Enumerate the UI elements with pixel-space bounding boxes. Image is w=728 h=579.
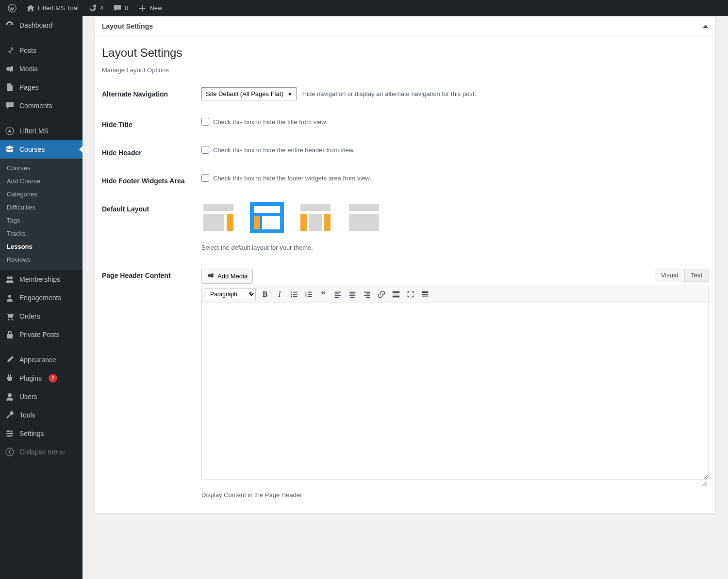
menu-pages[interactable]: Pages bbox=[0, 78, 83, 96]
menu-label: Media bbox=[19, 65, 38, 73]
svg-rect-26 bbox=[308, 296, 312, 297]
svg-point-9 bbox=[8, 393, 12, 397]
sub-tracks[interactable]: Tracks bbox=[0, 227, 83, 240]
editor-tab-visual[interactable]: Visual bbox=[655, 269, 684, 282]
toolbar-toggle-icon[interactable] bbox=[420, 289, 430, 300]
bulleted-list-icon[interactable] bbox=[289, 289, 299, 300]
align-center-icon[interactable] bbox=[347, 289, 358, 300]
menu-orders[interactable]: Orders bbox=[0, 307, 83, 325]
menu-label: Appearance bbox=[19, 356, 56, 364]
menu-plugins[interactable]: Plugins 2 bbox=[0, 369, 83, 387]
header-content-label: Page Header Content bbox=[102, 269, 201, 279]
layout-both-sidebars[interactable] bbox=[298, 202, 332, 233]
add-media-button[interactable]: Add Media bbox=[201, 269, 253, 284]
menu-label: Pages bbox=[19, 83, 39, 91]
editor-textarea[interactable] bbox=[201, 303, 709, 480]
updates-count: 4 bbox=[100, 4, 103, 12]
menu-users[interactable]: Users bbox=[0, 387, 83, 406]
refresh-icon bbox=[88, 4, 97, 13]
read-more-icon[interactable] bbox=[391, 289, 401, 300]
format-select[interactable]: Paragraph bbox=[205, 289, 256, 300]
sub-difficulties[interactable]: Difficulties bbox=[0, 201, 83, 214]
menu-private-posts[interactable]: Private Posts bbox=[0, 325, 83, 344]
menu-posts[interactable]: Posts bbox=[0, 41, 83, 60]
align-right-icon[interactable] bbox=[362, 289, 372, 300]
menu-appearance[interactable]: Appearance bbox=[0, 351, 83, 369]
dashboard-icon bbox=[5, 20, 15, 30]
menu-label: LifterLMS bbox=[19, 127, 49, 135]
menu-engagements[interactable]: Engagements bbox=[0, 289, 83, 307]
menu-collapse[interactable]: Collapse menu bbox=[0, 443, 83, 461]
menu-label: Tools bbox=[19, 411, 35, 419]
hide-header-checkbox[interactable] bbox=[201, 146, 209, 154]
svg-point-6 bbox=[8, 319, 10, 321]
bold-icon[interactable]: B bbox=[260, 289, 270, 300]
sub-courses[interactable]: Courses bbox=[0, 161, 83, 175]
menu-label: Engagements bbox=[19, 294, 61, 302]
layout-right-sidebar[interactable] bbox=[201, 202, 235, 233]
layout-full-width[interactable] bbox=[347, 202, 381, 233]
memberships-icon bbox=[5, 274, 15, 284]
sub-tags[interactable]: Tags bbox=[0, 214, 83, 227]
menu-label: Comments bbox=[19, 102, 52, 110]
svg-rect-33 bbox=[349, 295, 356, 296]
resize-handle-icon[interactable] bbox=[201, 480, 709, 486]
svg-point-5 bbox=[8, 295, 11, 298]
layout-left-sidebar[interactable] bbox=[250, 202, 284, 233]
sub-lessons[interactable]: Lessons bbox=[0, 240, 83, 253]
menu-media[interactable]: Media bbox=[0, 60, 83, 78]
menu-label: Orders bbox=[19, 312, 40, 320]
link-icon[interactable] bbox=[376, 289, 387, 300]
courses-icon bbox=[5, 145, 15, 154]
comments-link[interactable]: 0 bbox=[109, 0, 132, 16]
hide-title-checkbox[interactable] bbox=[201, 118, 209, 126]
sub-categories[interactable]: Categories bbox=[0, 188, 83, 201]
svg-point-4 bbox=[10, 276, 13, 279]
menu-label: Settings bbox=[19, 430, 44, 437]
courses-submenu: Courses Add Course Categories Difficulti… bbox=[0, 159, 83, 270]
pin-icon bbox=[5, 46, 15, 55]
svg-rect-28 bbox=[335, 293, 339, 294]
editor-footer-hint: Display Content in the Page Header bbox=[201, 491, 709, 499]
panel-toggle-icon[interactable] bbox=[703, 25, 709, 28]
new-content-link[interactable]: New bbox=[134, 0, 166, 16]
page-title: Layout Settings bbox=[102, 46, 709, 60]
plus-icon bbox=[138, 4, 147, 13]
menu-lifterlms[interactable]: LifterLMS bbox=[0, 122, 83, 140]
menu-label: Collapse menu bbox=[19, 448, 65, 456]
svg-point-13 bbox=[6, 448, 14, 456]
menu-memberships[interactable]: Memberships bbox=[0, 270, 83, 289]
svg-rect-8 bbox=[7, 334, 13, 338]
menu-dashboard[interactable]: Dashboard bbox=[0, 16, 83, 34]
sub-reviews[interactable]: Reviews bbox=[0, 253, 83, 266]
svg-rect-38 bbox=[366, 297, 370, 298]
align-left-icon[interactable] bbox=[332, 289, 343, 300]
comment-icon bbox=[113, 4, 122, 13]
alt-nav-select[interactable]: Site Default (All Pages Flat) bbox=[201, 87, 297, 100]
menu-comments[interactable]: Comments bbox=[0, 96, 83, 115]
italic-icon[interactable]: I bbox=[274, 289, 285, 300]
editor-tab-text[interactable]: Text bbox=[684, 269, 709, 282]
wp-logo[interactable] bbox=[4, 0, 20, 16]
site-home-link[interactable]: LifterLMS Trial bbox=[22, 0, 83, 16]
panel-header[interactable]: Layout Settings bbox=[95, 16, 715, 36]
svg-rect-37 bbox=[364, 295, 370, 296]
menu-label: Plugins bbox=[19, 374, 42, 382]
hide-footer-hint: Check this box to hide the footer widget… bbox=[213, 175, 371, 182]
wrench-icon bbox=[5, 410, 15, 420]
lock-icon bbox=[5, 330, 15, 339]
blockquote-icon[interactable]: “ bbox=[318, 289, 329, 300]
fullscreen-icon[interactable] bbox=[405, 289, 416, 300]
page-subtitle: Manage Layout Options bbox=[102, 66, 709, 74]
menu-courses[interactable]: Courses bbox=[0, 140, 83, 159]
hide-footer-checkbox[interactable] bbox=[201, 174, 209, 182]
site-name: LifterLMS Trial bbox=[38, 4, 79, 12]
updates-link[interactable]: 4 bbox=[84, 0, 107, 16]
menu-tools[interactable]: Tools bbox=[0, 406, 83, 424]
menu-settings[interactable]: Settings bbox=[0, 424, 83, 443]
hide-footer-label: Hide Footer Widgets Area bbox=[102, 174, 201, 185]
numbered-list-icon[interactable]: 123 bbox=[303, 289, 314, 300]
sub-add-course[interactable]: Add Course bbox=[0, 175, 83, 188]
media-icon bbox=[207, 272, 215, 281]
admin-sidemenu: Dashboard Posts Media Pages Comments Lif… bbox=[0, 16, 83, 579]
